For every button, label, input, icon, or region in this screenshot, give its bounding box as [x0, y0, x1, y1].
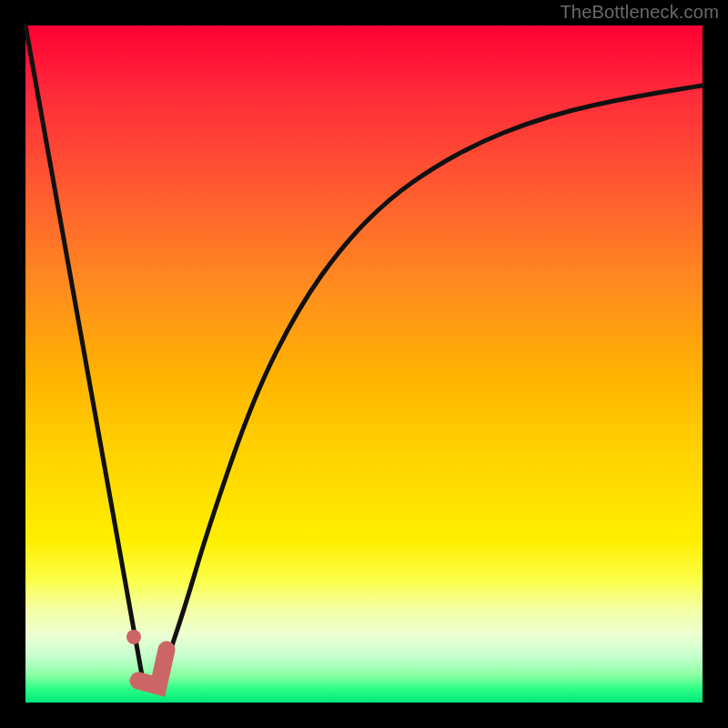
watermark-text: TheBottleneck.com: [560, 2, 719, 23]
left-branch-curve: [25, 25, 142, 675]
plot-area: [25, 25, 703, 703]
chart-svg: [25, 25, 703, 703]
right-branch-curve: [162, 86, 703, 675]
marker-dot: [126, 630, 141, 644]
outer-frame: TheBottleneck.com: [0, 0, 728, 728]
